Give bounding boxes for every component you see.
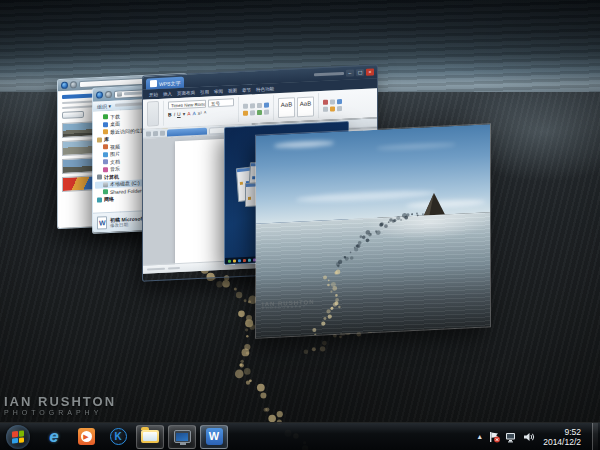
font-group: Times New Roman 五号 BIU▾AAx²ᴬ: [168, 97, 234, 125]
taskbar-wps-button[interactable]: W: [200, 425, 228, 449]
start-button[interactable]: [6, 425, 30, 449]
nav-item-icon: [97, 175, 102, 180]
nav-item-icon: [103, 182, 108, 187]
nav-item-icon: [103, 152, 108, 157]
page-button-skeleton: [62, 110, 84, 118]
nav-item-icon: [97, 137, 102, 142]
formatting-icons: BIU▾AAx²ᴬ: [168, 108, 234, 117]
minimize-button: –: [346, 69, 354, 76]
drive-icon: [117, 91, 122, 96]
wps-menu-item: 引用: [200, 89, 209, 94]
folder-icon: [141, 430, 159, 443]
styles-gallery: AaB AaB: [278, 93, 314, 120]
save-icon: [146, 131, 151, 136]
forward-icon: [105, 91, 112, 98]
windows-flag-icon: [12, 430, 24, 443]
organize-menu: 组织 ▾: [97, 102, 111, 109]
window-photo-viewer[interactable]: IAN RUSHTON PHOTOGRAPHY: [256, 124, 490, 337]
back-icon: [61, 82, 68, 89]
wps-menu-item: 页面布局: [177, 90, 195, 96]
close-button: ×: [366, 68, 374, 75]
volume-icon[interactable]: [523, 431, 535, 443]
forward-icon: [70, 81, 77, 88]
taskbar-kugou-icon[interactable]: K: [104, 425, 132, 449]
paragraph-group: [243, 96, 269, 122]
wps-menu-item: 审阅: [214, 88, 223, 93]
redo-icon: [160, 130, 165, 135]
wps-menu-item: 视图: [228, 88, 237, 93]
font-name-combo: Times New Roman: [168, 100, 206, 110]
taskbar-ie-icon[interactable]: e: [40, 425, 68, 449]
nav-item-icon: [103, 189, 108, 194]
taskbar-explorer-button[interactable]: [136, 425, 164, 449]
wps-app-tab: W WPS文字: [146, 77, 184, 90]
nav-item-icon: [103, 167, 108, 172]
taskbar: e ▶ K W ▲: [0, 422, 600, 450]
show-desktop-button[interactable]: [592, 423, 598, 450]
network-icon[interactable]: [505, 431, 518, 443]
nav-item-icon: [97, 197, 102, 202]
wps-logo-icon: W: [150, 80, 157, 87]
wps-title-text-skeleton: [314, 72, 344, 76]
wps-menu-item: 章节: [242, 87, 251, 92]
taskbar-remote-desktop-button[interactable]: [168, 425, 196, 449]
tray-clock[interactable]: 9:52 2014/12/2: [540, 427, 587, 447]
undo-icon: [153, 130, 158, 135]
wps-icon: W: [206, 428, 223, 445]
system-tray: ▲ 9:52 2014/12/2: [476, 423, 600, 450]
editing-group: [323, 92, 342, 118]
document-tab-active: [167, 127, 207, 136]
maximize-button: ▢: [356, 69, 364, 76]
flip3d-stack: 组织 ▾ 下载 桌面: [0, 0, 600, 450]
wps-menu-item: 特色功能: [256, 86, 274, 92]
monitor-icon: [174, 430, 191, 443]
action-center-flag-icon[interactable]: [488, 431, 500, 443]
nav-item-icon: [103, 122, 108, 127]
wps-menu-item: 插入: [163, 91, 172, 96]
nav-item-icon: [103, 114, 108, 119]
nav-item-icon: [103, 159, 108, 164]
paste-button: [147, 101, 159, 127]
font-size-combo: 五号: [208, 98, 234, 107]
word-document-icon: [97, 216, 107, 229]
back-icon: [96, 91, 103, 98]
nav-item-icon: [103, 144, 108, 149]
hidden-icons-chevron[interactable]: ▲: [476, 433, 483, 440]
nav-item-icon: [103, 129, 108, 134]
wps-menu-item: 开始: [149, 91, 158, 96]
taskbar-media-player-icon[interactable]: ▶: [72, 425, 100, 449]
flip3d-screen: IAN RUSHTON PHOTOGRAPHY: [0, 0, 600, 450]
